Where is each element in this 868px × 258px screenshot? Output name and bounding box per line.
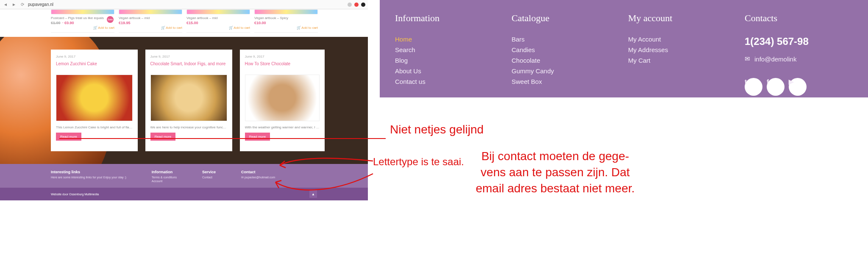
sub-footer: Website door Ossenburg Multimedia ▲ <box>0 188 368 200</box>
product-title: Vegan artbook – mid <box>186 16 250 20</box>
product-title: Vegan artbook – Spicy <box>254 16 318 20</box>
footer-col-links: Interesting links Here are some interest… <box>51 170 126 183</box>
annotation-line <box>59 138 386 139</box>
envelope-icon: ✉ <box>745 55 750 63</box>
footer-link-search[interactable]: Search <box>395 46 503 53</box>
forward-icon[interactable]: ► <box>11 2 17 8</box>
add-to-cart[interactable]: 🛒 Add to cart <box>186 26 250 30</box>
example-footer: Information Home Search Blog About Us Co… <box>380 0 868 97</box>
footer-link[interactable]: Gummy Candy <box>512 67 620 75</box>
blog-image <box>245 75 320 121</box>
blog-title[interactable]: Lemon Zucchini Cake <box>56 61 133 72</box>
blog-image <box>56 75 133 121</box>
footer-col-service: Service Contact <box>202 170 216 183</box>
product-thumb <box>186 9 250 14</box>
blog-section: June 9, 2017 Lemon Zucchini Cake This Le… <box>0 37 368 164</box>
product-card[interactable]: Vegan artbook – Spicy €10.00 🛒 Add to ca… <box>254 9 318 33</box>
add-to-cart[interactable]: 🛒 Add to cart <box>254 26 318 30</box>
menu-icon[interactable] <box>361 3 365 7</box>
footer-link[interactable]: Chocolate <box>512 57 620 64</box>
browser-window: ◄ ► ⟳ pupavegan.nl Postcard – Pigs treat… <box>0 0 368 258</box>
product-card[interactable]: Postcard – Pigs treat us like equals €1.… <box>51 9 114 33</box>
product-price: €19.95 <box>119 21 182 25</box>
blog-image <box>150 75 227 121</box>
twitter-icon[interactable]: t <box>745 78 762 96</box>
blog-card[interactable]: June 9, 2017 How To Store Chocolate With… <box>240 50 325 151</box>
footer-link[interactable]: Candies <box>512 46 620 53</box>
social-row: t f ▶ <box>745 75 853 99</box>
address-bar[interactable]: pupavegan.nl <box>28 2 345 7</box>
blog-card[interactable]: June 9, 2017 Chocolate Smart, Indoor Fig… <box>145 50 232 151</box>
read-more-button[interactable]: Read more <box>150 133 176 141</box>
blog-title[interactable]: Chocolate Smart, Indoor Figs, and more <box>150 61 227 72</box>
footer-col-information: Information Home Search Blog About Us Co… <box>395 13 503 87</box>
footer-link[interactable]: Bars <box>512 36 620 43</box>
scroll-top-button[interactable]: ▲ <box>309 190 317 198</box>
footer-email[interactable]: ✉ info@demolink <box>745 52 853 66</box>
product-thumb <box>254 9 318 14</box>
footer-link-about[interactable]: About Us <box>395 67 503 75</box>
footer-heading: Information <box>395 13 503 24</box>
footer-heading: Contacts <box>745 13 853 24</box>
annotation-contact: Bij contact moeten de gege- vens aan te … <box>453 148 657 196</box>
reload-icon[interactable]: ⟳ <box>19 2 25 8</box>
footer-col-info: Information Terms & conditions Account <box>152 170 177 183</box>
blog-card[interactable]: June 9, 2017 Lemon Zucchini Cake This Le… <box>51 50 138 151</box>
ext-icon-1[interactable] <box>348 3 352 7</box>
product-card[interactable]: Vegan artbook – mid €19.95 🛒 Add to cart <box>119 9 182 33</box>
footer-link-blog[interactable]: Blog <box>395 57 503 64</box>
browser-chrome: ◄ ► ⟳ pupavegan.nl <box>0 0 368 9</box>
footer-email[interactable]: ✉ pupadee@hotmail.com <box>241 176 275 179</box>
site-footer: Interesting links Here are some interest… <box>0 164 368 188</box>
footer-heading: Interesting links <box>51 170 126 174</box>
sale-badge: Sale <box>107 16 114 23</box>
annotation-font: Lettertype is te saai. <box>373 156 464 168</box>
product-price: €15.00 <box>186 21 250 25</box>
product-card[interactable]: Vegan artbook – mid €15.00 🛒 Add to cart <box>186 9 250 33</box>
read-more-button[interactable]: Read more <box>56 133 81 141</box>
footer-link[interactable]: My Addresses <box>628 46 736 53</box>
footer-heading: Service <box>202 170 216 174</box>
product-thumb <box>51 9 114 14</box>
footer-link[interactable]: Sweet Box <box>512 78 620 85</box>
read-more-button[interactable]: Read more <box>245 133 270 141</box>
footer-link-contact[interactable]: Contact us <box>395 78 503 85</box>
footer-link[interactable]: Terms & conditions <box>152 176 177 179</box>
footer-heading: My account <box>628 13 736 24</box>
annotation-alignment: Niet netjes gelijnd <box>390 123 484 136</box>
footer-col-contact: Contact ✉ pupadee@hotmail.com <box>241 170 275 183</box>
blog-date: June 9, 2017 <box>245 55 320 58</box>
ext-icon-2[interactable] <box>354 3 359 7</box>
blog-excerpt: With the weather getting warmer and warm… <box>245 125 320 129</box>
facebook-icon[interactable]: f <box>767 78 785 96</box>
blog-excerpt: We are here to help increase your cognit… <box>150 125 227 129</box>
product-title: Vegan artbook – mid <box>119 16 182 20</box>
footer-col-account: My account My Account My Addresses My Ca… <box>628 13 736 87</box>
footer-link[interactable]: Contact <box>202 176 216 179</box>
footer-link[interactable]: Account <box>152 180 177 183</box>
blog-date: June 9, 2017 <box>150 55 227 58</box>
footer-link[interactable]: My Cart <box>628 57 736 64</box>
products-row: Postcard – Pigs treat us like equals €1.… <box>0 9 368 37</box>
blog-date: June 9, 2017 <box>56 55 133 58</box>
product-title: Postcard – Pigs treat us like equals <box>51 16 114 20</box>
add-to-cart[interactable]: 🛒 Add to cart <box>119 26 182 30</box>
footer-phone[interactable]: 1(234) 567-98 <box>745 36 853 47</box>
footer-text: Here are some interesting links for you!… <box>51 176 126 179</box>
page-content: Postcard – Pigs treat us like equals €1.… <box>0 9 368 204</box>
product-price: €10.00 <box>254 21 318 25</box>
add-to-cart[interactable]: 🛒 Add to cart <box>51 26 114 30</box>
footer-col-contacts: Contacts 1(234) 567-98 ✉ info@demolink t… <box>745 13 853 87</box>
footer-heading: Information <box>152 170 177 174</box>
footer-link[interactable]: My Account <box>628 36 736 43</box>
blog-title[interactable]: How To Store Chocolate <box>245 61 320 72</box>
product-price: €1.00 · €0.90 <box>51 21 114 25</box>
footer-heading: Catalogue <box>512 13 620 24</box>
footer-col-catalogue: Catalogue Bars Candies Chocolate Gummy C… <box>512 13 620 87</box>
blog-excerpt: This Lemon Zucchini Cake is bright and f… <box>56 125 133 129</box>
youtube-icon[interactable]: ▶ <box>789 78 807 96</box>
product-thumb <box>119 9 182 14</box>
back-icon[interactable]: ◄ <box>3 2 8 8</box>
credit-text: Website door Ossenburg Multimedia <box>51 193 99 196</box>
footer-link-home[interactable]: Home <box>395 36 503 43</box>
